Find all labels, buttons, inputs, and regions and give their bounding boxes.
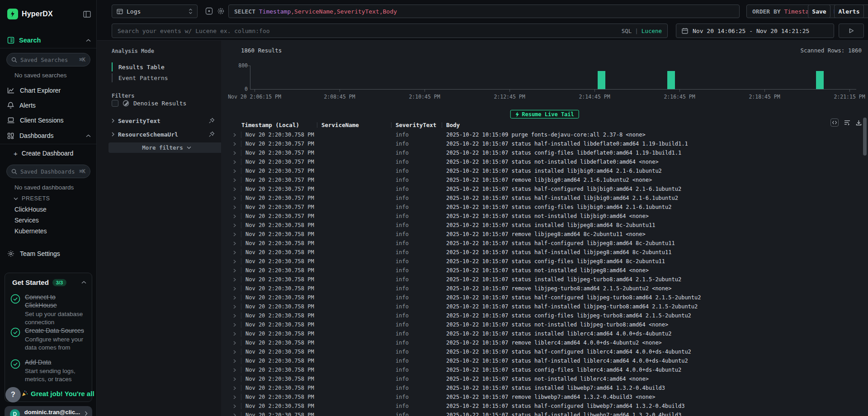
saved-searches-input[interactable]: Saved Searches ⌘K <box>6 53 90 66</box>
histogram-bar[interactable] <box>667 71 675 89</box>
row-expand-icon[interactable] <box>228 187 241 191</box>
create-dashboard-button[interactable]: + Create Dashboard <box>14 149 73 157</box>
row-expand-icon[interactable] <box>228 296 241 300</box>
column-header-body[interactable]: Body <box>442 122 857 128</box>
table-row[interactable]: Nov 20 2:20:30.758 PM info 2025-10-22 10… <box>228 221 857 230</box>
row-expand-icon[interactable] <box>228 232 241 236</box>
table-row[interactable]: Nov 20 2:20:30.757 PM info 2025-10-22 10… <box>228 203 857 212</box>
histogram-bar[interactable] <box>816 71 824 89</box>
column-resize-handle[interactable] <box>317 123 317 128</box>
row-expand-icon[interactable] <box>228 413 241 416</box>
sidebar-item-dashboards[interactable]: Dashboards <box>7 130 91 142</box>
facet-resourceschemaurl[interactable]: ResourceSchemaUrl <box>112 130 215 138</box>
settings-gear-button[interactable] <box>217 7 225 15</box>
table-row[interactable]: Nov 20 2:20:30.757 PM info 2025-10-22 10… <box>228 175 857 184</box>
preset-kubernetes[interactable]: Kubernetes <box>14 227 47 235</box>
user-menu[interactable]: D dominic.tran@clic... dominic.tran@clic… <box>5 406 92 416</box>
row-expand-icon[interactable] <box>228 368 241 372</box>
table-row[interactable]: Nov 20 2:20:30.757 PM info 2025-10-22 10… <box>228 212 857 221</box>
sidebar-item-chart-explorer[interactable]: Chart Explorer <box>7 85 91 96</box>
source-select[interactable]: Logs <box>112 5 198 18</box>
chevron-up-icon[interactable] <box>81 281 86 284</box>
table-row[interactable]: Nov 20 2:20:30.757 PM info 2025-10-22 10… <box>228 166 857 175</box>
table-row[interactable]: Nov 20 2:20:30.757 PM info 2025-10-22 10… <box>228 139 857 148</box>
row-expand-icon[interactable] <box>228 196 241 200</box>
more-filters-button[interactable]: More filters <box>108 142 225 153</box>
select-columns-input[interactable]: SELECT Timestamp ,ServiceName,SeverityTe… <box>228 5 740 18</box>
table-row[interactable]: Nov 20 2:20:30.758 PM info 2025-10-22 10… <box>228 130 857 139</box>
row-expand-icon[interactable] <box>228 160 241 164</box>
row-expand-icon[interactable] <box>228 332 241 336</box>
run-query-button[interactable] <box>839 24 864 38</box>
table-row[interactable]: Nov 20 2:20:30.758 PM info 2025-10-22 10… <box>228 248 857 257</box>
presets-toggle[interactable]: PRESETS <box>14 195 50 202</box>
table-row[interactable]: Nov 20 2:20:30.757 PM info 2025-10-22 10… <box>228 184 857 194</box>
sidebar-item-alerts[interactable]: Alerts <box>7 99 91 111</box>
histogram-bar[interactable] <box>598 71 605 89</box>
row-expand-icon[interactable] <box>228 214 241 218</box>
row-expand-icon[interactable] <box>228 404 241 408</box>
row-expand-icon[interactable] <box>228 395 241 399</box>
table-row[interactable]: Nov 20 2:20:30.758 PM info 2025-10-22 10… <box>228 402 857 411</box>
table-row[interactable]: Nov 20 2:20:30.758 PM info 2025-10-22 10… <box>228 239 857 248</box>
expand-json-icon[interactable] <box>830 118 839 127</box>
download-icon[interactable] <box>856 120 862 126</box>
mode-event-patterns[interactable]: Event Patterns <box>112 72 168 83</box>
column-header-servicename[interactable]: ServiceName <box>317 122 391 128</box>
preset-clickhouse[interactable]: ClickHouse <box>14 206 47 213</box>
sidebar-item-search[interactable]: Search <box>7 35 91 45</box>
table-row[interactable]: Nov 20 2:20:30.758 PM info 2025-10-22 10… <box>228 338 857 347</box>
row-expand-icon[interactable] <box>228 314 241 318</box>
row-expand-icon[interactable] <box>228 341 241 345</box>
mode-results-table[interactable]: Results Table <box>112 61 168 72</box>
table-row[interactable]: Nov 20 2:20:30.758 PM info 2025-10-22 10… <box>228 257 857 266</box>
row-expand-icon[interactable] <box>228 169 241 173</box>
denoise-checkbox[interactable] <box>112 100 118 107</box>
time-range-picker[interactable]: Nov 20 14:06:25 - Nov 20 14:21:25 <box>676 24 834 38</box>
table-row[interactable]: Nov 20 2:20:30.757 PM info 2025-10-22 10… <box>228 157 857 166</box>
results-scrollbar[interactable] <box>863 118 867 156</box>
table-row[interactable]: Nov 20 2:20:30.758 PM info 2025-10-22 10… <box>228 230 857 239</box>
row-expand-icon[interactable] <box>228 386 241 390</box>
row-expand-icon[interactable] <box>228 142 241 146</box>
pin-icon[interactable] <box>208 131 215 137</box>
save-button[interactable]: Save <box>808 5 830 18</box>
table-row[interactable]: Nov 20 2:20:30.758 PM info 2025-10-22 10… <box>228 392 857 402</box>
column-header-timestamp[interactable]: Timestamp (Local) <box>241 122 317 128</box>
resume-live-tail-button[interactable]: Resume Live Tail <box>510 110 579 118</box>
row-expand-icon[interactable] <box>228 350 241 354</box>
results-histogram[interactable]: 800 0 Nov 20 2:06:15 PM2:08:45 PM2:10:45… <box>250 66 863 89</box>
alerts-button[interactable]: Alerts <box>834 5 864 18</box>
table-row[interactable]: Nov 20 2:20:30.758 PM info 2025-10-22 10… <box>228 302 857 311</box>
row-expand-icon[interactable] <box>228 269 241 273</box>
focus-mode-button[interactable] <box>205 7 213 15</box>
help-button[interactable]: ? <box>5 387 21 402</box>
row-expand-icon[interactable] <box>228 241 241 246</box>
row-expand-icon[interactable] <box>228 205 241 209</box>
pin-icon[interactable] <box>208 118 215 124</box>
table-row[interactable]: Nov 20 2:20:30.758 PM info 2025-10-22 10… <box>228 329 857 338</box>
row-expand-icon[interactable] <box>228 251 241 255</box>
language-toggle-lucene[interactable]: Lucene <box>642 28 662 34</box>
table-row[interactable]: Nov 20 2:20:30.758 PM info 2025-10-22 10… <box>228 347 857 356</box>
table-row[interactable]: Nov 20 2:20:30.758 PM info 2025-10-22 10… <box>228 311 857 320</box>
row-expand-icon[interactable] <box>228 151 241 155</box>
get-started-item[interactable]: Create Data Sources Configure where your… <box>10 326 87 351</box>
table-row[interactable]: Nov 20 2:20:30.757 PM info 2025-10-22 10… <box>228 194 857 203</box>
sidebar-item-client-sessions[interactable]: Client Sessions <box>7 114 91 126</box>
table-row[interactable]: Nov 20 2:20:30.758 PM info 2025-10-22 10… <box>228 411 857 416</box>
row-expand-icon[interactable] <box>228 377 241 381</box>
language-toggle-sql[interactable]: SQL <box>622 28 632 34</box>
column-resize-handle[interactable] <box>442 123 442 128</box>
column-header-severitytext[interactable]: SeverityText <box>391 122 442 128</box>
row-expand-icon[interactable] <box>228 278 241 282</box>
table-row[interactable]: Nov 20 2:20:30.758 PM info 2025-10-22 10… <box>228 374 857 383</box>
preset-services[interactable]: Services <box>14 217 39 224</box>
get-started-item[interactable]: Add Data Start sending logs, metrics, or… <box>10 358 87 383</box>
row-expand-icon[interactable] <box>228 178 241 182</box>
table-row[interactable]: Nov 20 2:20:30.758 PM info 2025-10-22 10… <box>228 293 857 302</box>
get-started-item[interactable]: Connect to ClickHouse Set up your databa… <box>10 293 87 326</box>
table-row[interactable]: Nov 20 2:20:30.758 PM info 2025-10-22 10… <box>228 320 857 329</box>
chevron-up-icon[interactable] <box>86 39 91 42</box>
column-resize-handle[interactable] <box>391 123 392 128</box>
